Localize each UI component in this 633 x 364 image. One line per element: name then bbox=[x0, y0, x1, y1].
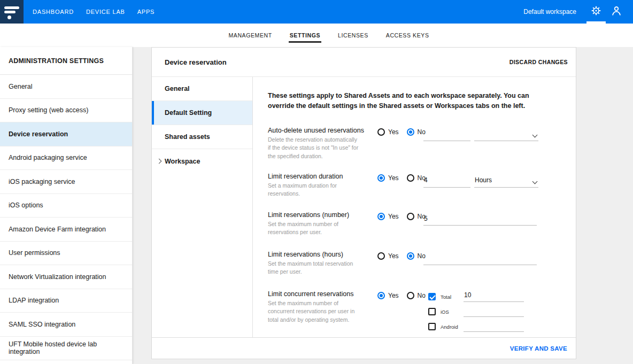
nav-item-device-lab[interactable]: DEVICE LAB bbox=[86, 0, 125, 24]
logo-dot bbox=[7, 16, 11, 19]
sidebar-item-android-packaging[interactable]: Android packaging service bbox=[0, 146, 132, 171]
inner-tab-workspace[interactable]: Workspace bbox=[152, 149, 252, 173]
verify-and-save-button[interactable]: VERIFY AND SAVE bbox=[510, 345, 567, 352]
workspace-selector[interactable]: Default workspace bbox=[523, 8, 576, 16]
micro-focus-filter-logo[interactable] bbox=[0, 0, 24, 24]
duration-fields: Hours bbox=[423, 173, 557, 188]
radio-option-no[interactable]: No bbox=[407, 128, 426, 136]
default-settings-form: These settings apply to Shared Assets an… bbox=[253, 77, 576, 337]
sidebar-item-uft-hosted-lab[interactable]: UFT Mobile hosted device lab integration bbox=[0, 337, 132, 361]
tab-settings[interactable]: SETTINGS bbox=[290, 24, 320, 47]
sidebar-item-amazon-device-farm[interactable]: Amazon Device Farm integration bbox=[0, 218, 132, 242]
inner-tab-shared-assets[interactable]: Shared assets bbox=[152, 125, 252, 149]
duration-value-input[interactable] bbox=[423, 176, 470, 188]
inner-tab-default-setting[interactable]: Default Setting bbox=[152, 101, 252, 125]
sidebar-item-proxy-setting[interactable]: Proxy setting (web access) bbox=[0, 99, 132, 123]
radio-no[interactable] bbox=[407, 252, 414, 260]
tab-access-keys[interactable]: ACCESS KEYS bbox=[386, 24, 429, 47]
nav-item-dashboard[interactable]: DASHBOARD bbox=[33, 0, 74, 24]
panel-footer: VERIFY AND SAVE bbox=[152, 337, 576, 359]
top-navbar: DASHBOARD DEVICE LAB APPS Default worksp… bbox=[0, 0, 633, 24]
android-limit-input[interactable] bbox=[464, 321, 524, 332]
setting-description: Set the maximum number of reservations p… bbox=[268, 220, 377, 237]
radio-no[interactable] bbox=[407, 213, 414, 220]
radio-yes[interactable] bbox=[377, 128, 385, 136]
radio-option-yes[interactable]: Yes bbox=[377, 128, 399, 136]
inner-tab-label: General bbox=[165, 85, 190, 92]
setting-label-block: Limit reservations (hours) Set the maxim… bbox=[268, 251, 377, 277]
setting-label-block: Auto-delete unused reservations Delete t… bbox=[268, 127, 377, 161]
admin-settings-button[interactable] bbox=[586, 0, 606, 24]
os-limit-row-total: Total bbox=[428, 292, 557, 302]
duration-unit-select[interactable]: Hours bbox=[474, 176, 538, 188]
setting-limit-reservations-number: Limit reservations (number) Set the maxi… bbox=[268, 211, 557, 251]
auto-delete-duration-input[interactable] bbox=[423, 130, 470, 141]
sidebar-item-saml-sso[interactable]: SAML SSO integration bbox=[0, 313, 132, 337]
logo-bar bbox=[4, 6, 19, 9]
inner-tab-general[interactable]: General bbox=[152, 77, 252, 101]
ios-limit-input[interactable] bbox=[464, 306, 524, 317]
radio-no[interactable] bbox=[407, 174, 414, 182]
total-checkbox[interactable] bbox=[428, 293, 436, 300]
android-checkbox[interactable] bbox=[428, 323, 436, 330]
radio-option-yes[interactable]: Yes bbox=[377, 252, 399, 260]
inner-tab-label: Default Setting bbox=[165, 109, 212, 117]
reservations-number-fields bbox=[423, 211, 557, 226]
admin-settings-sidebar: ADMINISTRATION SETTINGS General Proxy se… bbox=[0, 47, 133, 364]
radio-no[interactable] bbox=[407, 128, 414, 136]
radio-option-no[interactable]: No bbox=[407, 174, 426, 182]
discard-changes-button[interactable]: DISCARD CHANGES bbox=[510, 59, 568, 65]
radio-yes[interactable] bbox=[377, 252, 385, 260]
sidebar-item-ldap-integration[interactable]: LDAP integration bbox=[0, 289, 132, 313]
panel-body: General Default Setting Shared assets Wo… bbox=[152, 77, 576, 337]
ios-checkbox[interactable] bbox=[428, 308, 436, 315]
radio-option-no[interactable]: No bbox=[407, 252, 426, 260]
sidebar-item-ios-options[interactable]: iOS options bbox=[0, 194, 132, 218]
checkbox-label: iOS bbox=[441, 309, 464, 315]
reservations-number-input[interactable] bbox=[423, 215, 537, 226]
auto-delete-radio-group: Yes No bbox=[377, 127, 423, 136]
concurrent-os-limits: Total iOS Android bbox=[423, 290, 557, 332]
setting-limit-concurrent-reservations: Limit concurrent reservations Set the ma… bbox=[268, 290, 557, 332]
auto-delete-unit-select[interactable] bbox=[474, 130, 538, 141]
radio-yes[interactable] bbox=[377, 292, 385, 299]
settings-tabbar: MANAGEMENT SETTINGS LICENSES ACCESS KEYS bbox=[0, 24, 633, 47]
radio-option-no[interactable]: No bbox=[407, 213, 426, 220]
inner-tab-label: Workspace bbox=[165, 158, 200, 165]
checkbox-label: Android bbox=[441, 324, 464, 330]
person-icon bbox=[611, 5, 622, 19]
sidebar-item-network-virtualization[interactable]: Network Virtualization integration bbox=[0, 265, 132, 289]
reservations-hours-input[interactable] bbox=[423, 254, 537, 265]
sidebar-title: ADMINISTRATION SETTINGS bbox=[0, 47, 132, 75]
inner-tab-label: Shared assets bbox=[165, 133, 210, 141]
checkbox-label: Total bbox=[441, 294, 464, 300]
tab-management[interactable]: MANAGEMENT bbox=[228, 24, 272, 47]
radio-option-yes[interactable]: Yes bbox=[377, 292, 399, 299]
total-limit-input[interactable] bbox=[464, 291, 524, 302]
setting-description: Delete the reservation automatically if … bbox=[268, 136, 377, 161]
radio-yes[interactable] bbox=[377, 174, 385, 182]
os-limit-row-android: Android bbox=[428, 322, 557, 332]
radio-label: Yes bbox=[388, 213, 399, 220]
radio-option-yes[interactable]: Yes bbox=[377, 174, 399, 182]
setting-label-block: Limit concurrent reservations Set the ma… bbox=[268, 290, 377, 324]
radio-option-yes[interactable]: Yes bbox=[377, 213, 399, 220]
radio-no[interactable] bbox=[407, 292, 414, 299]
radio-label: Yes bbox=[388, 128, 399, 136]
setting-limit-reservation-duration: Limit reservation duration Set a maximum… bbox=[268, 173, 557, 211]
sidebar-item-ios-packaging[interactable]: iOS packaging service bbox=[0, 170, 132, 194]
reservations-number-radio-group: Yes No bbox=[377, 211, 423, 220]
setting-description: Set the maximum total reservation time p… bbox=[268, 260, 377, 277]
account-button[interactable] bbox=[606, 0, 627, 24]
concurrent-radio-group: Yes No bbox=[377, 290, 423, 299]
setting-description: Set the maximum number of concurrent res… bbox=[268, 299, 377, 324]
tab-licenses[interactable]: LICENSES bbox=[338, 24, 368, 47]
radio-yes[interactable] bbox=[377, 213, 385, 220]
os-limit-row-ios: iOS bbox=[428, 307, 557, 317]
chevron-down-icon bbox=[532, 132, 538, 137]
nav-item-apps[interactable]: APPS bbox=[137, 0, 155, 24]
radio-option-no[interactable]: No bbox=[407, 292, 426, 299]
sidebar-item-user-permissions[interactable]: User permissions bbox=[0, 242, 132, 266]
sidebar-item-device-reservation[interactable]: Device reservation bbox=[0, 122, 132, 146]
sidebar-item-general[interactable]: General bbox=[0, 75, 132, 99]
